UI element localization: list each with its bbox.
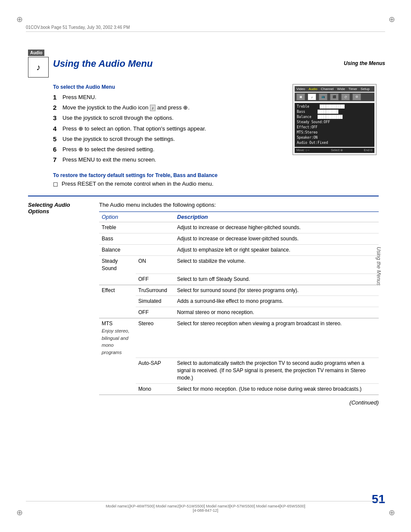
checkbox-icon: ☐ (53, 181, 58, 188)
table-header-row: Option Description (99, 212, 379, 222)
tv-menu-bar: Video Audio Channel Wide Timer Setup (295, 86, 374, 92)
corner-mark-tl: ⊕ (13, 13, 26, 26)
section-title: Using the Audio Menu (53, 58, 153, 69)
tv-content: Treble ████████████ Bass ██████████ Bala… (295, 103, 374, 147)
tv-screenshot-area: Video Audio Channel Wide Timer Setup ▣ ♪… (293, 84, 379, 166)
tv-nav-bar: Move: ↕↔ Select:⊕ End:⊙ (295, 148, 374, 153)
col-header-sub (136, 212, 174, 222)
step-6: 6 Press ⊕ to select the desired setting. (53, 146, 284, 153)
options-table: Option Description Treble Adjust to incr… (99, 212, 379, 395)
options-content: The Audio menu includes the following op… (99, 202, 379, 405)
instructions-area: To select the Audio Menu 1 Press MENU. 2… (53, 84, 379, 166)
options-left-label: Selecting Audio Options (28, 202, 88, 405)
footer-code: [4-088-847-12] (193, 508, 218, 513)
tv-icon-audio: ♪ (308, 93, 316, 100)
steps-list: 1 Press MENU. 2 Move the joystick to the… (53, 93, 284, 164)
step-2: 2 Move the joystick to the Audio icon ♪ … (53, 104, 284, 112)
instructions-left: To select the Audio Menu 1 Press MENU. 2… (53, 84, 284, 166)
table-row: Balance Adjust to emphasize left or righ… (99, 244, 379, 255)
step-3: 3 Use the joystick to scroll through the… (53, 114, 284, 122)
file-info: 01COV.book Page 51 Tuesday, July 30, 200… (26, 25, 130, 30)
tv-icons-row: ▣ ♪ 📺 ⬛ ⏱ ⚙ (295, 93, 374, 101)
table-row: Auto-SAP Select to automatically switch … (99, 358, 379, 383)
corner-mark-bl: ⊕ (13, 506, 26, 519)
to-select-heading: To select the Audio Menu (53, 84, 284, 90)
footer-models: Model name1[KP-46WT500] Model name2[KP-5… (106, 504, 305, 508)
main-content: Audio ♪ Using the Audio Menu To select t… (28, 50, 379, 406)
col-header-option: Option (99, 212, 136, 222)
top-bar: 01COV.book Page 51 Tuesday, July 30, 200… (26, 25, 385, 32)
section-divider (28, 196, 379, 196)
options-intro: The Audio menu includes the following op… (99, 202, 379, 208)
step-4: 4 Press ⊕ to select an option. That opti… (53, 125, 284, 133)
factory-text-content: Press RESET on the remote control when i… (62, 180, 213, 187)
table-row: OFF Normal stereo or mono reception. (99, 307, 379, 318)
factory-section: To restore the factory default settings … (53, 172, 379, 188)
table-row: Treble Adjust to increase or decrease hi… (99, 222, 379, 233)
audio-icon-box: ♪ (28, 57, 49, 78)
tv-icon-timer: ⏱ (341, 93, 350, 100)
section-header: Audio ♪ Using the Audio Menu (28, 50, 379, 78)
col-header-desc: Description (174, 212, 379, 222)
tv-icon-video: ▣ (296, 93, 305, 100)
continued-note: (Continued) (99, 399, 379, 406)
step-5: 5 Use the joystick to scroll through the… (53, 135, 284, 143)
step-1: 1 Press MENU. (53, 93, 284, 101)
step-7: 7 Press MENU to exit the menu screen. (53, 156, 284, 164)
tv-icon-wide: ⬛ (330, 93, 339, 100)
tv-icon-setup: ⚙ (352, 93, 361, 100)
table-row: Steady Sound ON Select to stabilize the … (99, 255, 379, 274)
corner-mark-br: ⊕ (385, 506, 398, 519)
audio-badge: Audio (28, 50, 44, 56)
audio-options-section: Selecting Audio Options The Audio menu i… (28, 202, 379, 405)
corner-mark-tr: ⊕ (385, 13, 398, 26)
table-row: OFF Select to turn off Steady Sound. (99, 274, 379, 285)
table-row: Effect TruSurround Select for surround s… (99, 285, 379, 296)
factory-text: ☐ Press RESET on the remote control when… (53, 180, 379, 188)
bottom-bar: Model name1[KP-46WT500] Model name2[KP-5… (26, 501, 385, 513)
selecting-title: Selecting Audio Options (28, 202, 88, 215)
table-row: Simulated Adds a surround-like effect to… (99, 296, 379, 307)
factory-heading: To restore the factory default settings … (53, 172, 379, 178)
tv-icon-channel: 📺 (319, 93, 327, 100)
table-row: Mono Select for mono reception. (Use to … (99, 383, 379, 395)
table-row: MTS Enjoy stereo,bilingual andmonoprogra… (99, 318, 379, 358)
tv-screenshot: Video Audio Channel Wide Timer Setup ▣ ♪… (293, 84, 377, 155)
table-row: Bass Adjust to increase or decrease lowe… (99, 233, 379, 245)
